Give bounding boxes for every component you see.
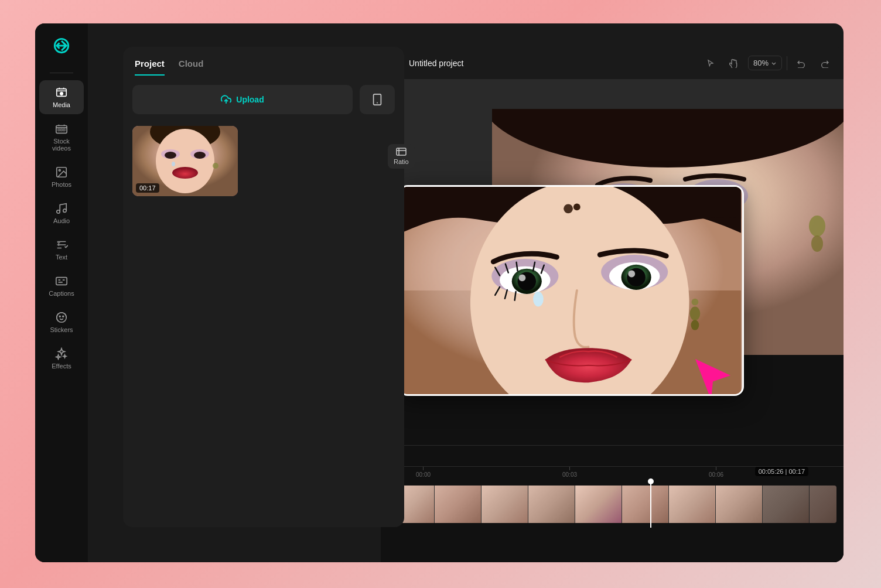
hand-tool-button[interactable] <box>725 54 743 73</box>
svg-point-26 <box>172 167 198 179</box>
timeline-topbar <box>381 446 844 467</box>
svg-point-9 <box>57 210 60 214</box>
panel-content: Upload <box>123 76 404 206</box>
sidebar-label-stickers: Stickers <box>50 326 73 333</box>
undo-button[interactable] <box>792 54 811 73</box>
track-thumb-8 <box>716 486 763 523</box>
sidebar-item-captions[interactable]: Captions <box>39 269 84 303</box>
svg-rect-5 <box>60 129 63 131</box>
timeline-track <box>381 481 844 528</box>
toolbar-divider <box>787 56 787 70</box>
select-tool-button[interactable] <box>701 54 720 73</box>
sidebar-label-effects: Effects <box>52 363 71 370</box>
track-thumb-3 <box>482 486 528 523</box>
sidebar-item-stock-videos[interactable]: Stock videos <box>39 117 84 158</box>
sidebar-item-photos[interactable]: Photos <box>39 160 84 194</box>
sidebar-item-stickers[interactable]: Stickers <box>39 305 84 339</box>
panel-tabs: Project Cloud <box>123 47 404 76</box>
logo-icon <box>49 33 74 59</box>
svg-rect-6 <box>63 129 66 131</box>
sidebar-divider <box>50 73 73 73</box>
zoom-level: 80% <box>753 59 769 67</box>
svg-point-63 <box>690 307 701 321</box>
ratio-icon <box>396 148 407 156</box>
video-preview: Ratio <box>381 80 844 445</box>
svg-point-62 <box>692 299 699 306</box>
svg-rect-30 <box>397 148 406 155</box>
svg-point-66 <box>573 204 580 211</box>
svg-point-10 <box>63 209 67 213</box>
media-duration: 00:17 <box>136 183 159 193</box>
track-thumb-5 <box>575 486 622 523</box>
time-label-1: 00:03 <box>562 471 577 478</box>
track-thumb-6 <box>622 486 669 523</box>
ratio-label: Ratio <box>394 158 409 165</box>
sidebar-label-media: Media <box>53 101 70 108</box>
svg-point-14 <box>59 316 60 317</box>
track-thumb-2 <box>435 486 482 523</box>
sidebar-item-text[interactable]: T Text <box>39 233 84 266</box>
upload-icon <box>221 94 231 105</box>
svg-point-28 <box>172 162 175 166</box>
playhead[interactable] <box>650 481 651 528</box>
upload-button[interactable]: Upload <box>132 85 353 114</box>
ratio-button[interactable]: Ratio <box>388 144 415 169</box>
sidebar-label-text: Text <box>56 254 67 261</box>
track-thumb-9 <box>763 486 810 523</box>
project-panel: Project Cloud Upload <box>123 47 404 527</box>
media-grid: 00:17 <box>132 126 395 196</box>
svg-point-61 <box>533 292 544 307</box>
svg-point-47 <box>811 235 823 252</box>
sidebar-label-captions: Captions <box>49 290 74 297</box>
svg-point-25 <box>194 152 206 159</box>
phone-icon <box>371 93 384 106</box>
editor-topbar: Untitled project 80% <box>381 47 844 80</box>
time-marker-1: 00:03 <box>562 467 577 478</box>
svg-point-15 <box>63 316 64 317</box>
track-thumb-4 <box>528 486 575 523</box>
tab-project[interactable]: Project <box>135 59 165 76</box>
track-thumbnails <box>388 486 836 523</box>
svg-point-59 <box>627 268 645 286</box>
svg-point-56 <box>519 274 526 281</box>
svg-rect-12 <box>56 278 67 285</box>
logo <box>49 33 74 59</box>
zoom-control[interactable]: 80% <box>748 56 782 70</box>
sidebar-item-effects[interactable]: Effects <box>39 341 84 375</box>
svg-point-24 <box>165 152 176 159</box>
upload-button-label: Upload <box>236 95 264 104</box>
total-time: 00:17 <box>788 468 805 475</box>
svg-rect-17 <box>374 94 381 105</box>
chevron-down-icon <box>771 60 777 66</box>
redo-button[interactable] <box>815 54 834 73</box>
time-label-2: 00:06 <box>709 471 723 478</box>
time-label-0: 00:00 <box>416 471 431 478</box>
time-display: 00:05:26 | 00:17 <box>755 467 808 476</box>
project-title: Untitled project <box>409 59 694 68</box>
media-thumbnail[interactable]: 00:17 <box>132 126 238 196</box>
sidebar-label-audio: Audio <box>53 217 70 224</box>
upload-area: Upload <box>132 85 395 114</box>
sidebar-item-media[interactable]: Media <box>39 80 84 114</box>
sidebar-item-audio[interactable]: Audio <box>39 196 84 230</box>
svg-point-55 <box>518 272 536 290</box>
time-marker-2: 00:06 <box>709 467 723 478</box>
topbar-tools: 80% <box>701 54 834 73</box>
video-frame-main <box>398 185 744 396</box>
sidebar-label-photos: Photos <box>52 181 71 188</box>
device-button[interactable] <box>360 85 395 114</box>
svg-text:T: T <box>57 242 60 247</box>
sidebar-label-stock: Stock videos <box>52 138 71 152</box>
svg-point-65 <box>564 204 573 214</box>
track-thumb-10 <box>810 486 836 523</box>
playhead-handle[interactable] <box>648 478 654 484</box>
svg-rect-4 <box>58 129 60 131</box>
track-thumb-7 <box>669 486 716 523</box>
tab-cloud[interactable]: Cloud <box>179 59 204 76</box>
svg-point-64 <box>691 320 699 330</box>
timeline-area: 00:00 00:03 00:06 00:09 <box>381 445 844 562</box>
svg-point-46 <box>809 216 825 237</box>
svg-point-21 <box>156 129 214 193</box>
time-marker-0: 00:00 <box>416 467 431 478</box>
svg-point-60 <box>628 271 635 278</box>
